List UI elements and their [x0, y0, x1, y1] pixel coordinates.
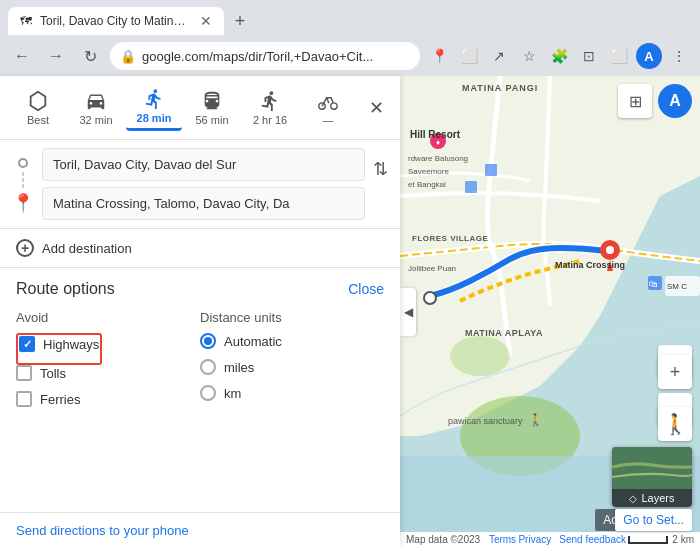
directions-panel: Best 32 min 28 min 56 min 2 hr 16 —	[0, 76, 400, 547]
url-text: google.com/maps/dir/Toril,+Davao+Cit...	[142, 49, 410, 64]
distance-automatic-label: Automatic	[224, 334, 282, 349]
tab-close-button[interactable]: ✕	[200, 13, 212, 29]
forward-button[interactable]: →	[42, 42, 70, 70]
origin-input[interactable]	[42, 148, 365, 181]
send-directions-link[interactable]: Send directions to your phone	[16, 523, 189, 538]
svg-text:🚶: 🚶	[528, 412, 543, 427]
avoid-tolls-label: Tolls	[40, 366, 66, 381]
transport-walk[interactable]: 2 hr 16	[242, 86, 298, 130]
svg-text:et Bangkal: et Bangkal	[408, 180, 446, 189]
transport-car[interactable]: 32 min	[68, 86, 124, 130]
address-bar: ← → ↻ 🔒 google.com/maps/dir/Toril,+Davao…	[0, 36, 700, 76]
distance-title: Distance units	[200, 310, 384, 325]
distance-miles-item[interactable]: miles	[200, 359, 384, 375]
transport-best-label: Best	[27, 114, 49, 126]
go-to-settings-button[interactable]: Go to Set...	[615, 509, 692, 531]
distance-automatic-item[interactable]: Automatic	[200, 333, 384, 349]
google-apps-button[interactable]: ⊞	[618, 84, 652, 118]
avoid-tolls-item[interactable]: Tolls	[16, 365, 200, 381]
avoid-highways-item[interactable]: Highways	[19, 336, 99, 352]
map-profile-avatar[interactable]: A	[658, 84, 692, 118]
layers-thumbnail[interactable]: ◇ Layers	[612, 447, 692, 507]
transport-bike[interactable]: 28 min	[126, 84, 182, 131]
add-destination-label: Add destination	[42, 241, 132, 256]
new-tab-button[interactable]: +	[228, 9, 252, 33]
share-icon[interactable]: ↗	[486, 43, 512, 69]
route-options-section: Route options Close Avoid Highways Tolls	[0, 268, 400, 512]
chrome-menu-button[interactable]: ⋮	[666, 43, 692, 69]
feedback-link[interactable]: Send feedback	[559, 534, 626, 545]
transport-options-bar: Best 32 min 28 min 56 min 2 hr 16 —	[0, 76, 400, 140]
copyright-text: Map data ©2023	[406, 534, 480, 545]
avoid-ferries-item[interactable]: Ferries	[16, 391, 200, 407]
svg-point-6	[424, 292, 436, 304]
layers-preview-image	[612, 447, 692, 489]
svg-text:🛍: 🛍	[649, 279, 658, 289]
screenshot-icon[interactable]: ⬜	[456, 43, 482, 69]
avoid-tolls-checkbox[interactable]	[16, 365, 32, 381]
map-area[interactable]: ♦ MATINA PANGI SM C 🛍 Matina Crossing FL…	[400, 76, 700, 547]
layers-icon: ◇	[629, 493, 637, 504]
terms-link[interactable]: Terms	[489, 534, 516, 545]
profile-avatar[interactable]: A	[636, 43, 662, 69]
route-dots	[22, 172, 24, 188]
transport-close-button[interactable]: ✕	[362, 94, 390, 122]
tab-title: Toril, Davao City to Matina Cross...	[40, 14, 190, 28]
highways-highlight-box: Highways	[16, 333, 102, 365]
distance-automatic-radio[interactable]	[200, 333, 216, 349]
panel-collapse-button[interactable]: ◀	[400, 288, 416, 336]
pegman-button[interactable]: 🚶	[658, 407, 692, 441]
tab-bar: 🗺 Toril, Davao City to Matina Cross... ✕…	[0, 0, 700, 36]
privacy-link[interactable]: Privacy	[518, 534, 551, 545]
avoid-title: Avoid	[16, 310, 200, 325]
main-content: Best 32 min 28 min 56 min 2 hr 16 —	[0, 76, 700, 547]
layers-text: Layers	[641, 492, 674, 504]
svg-text:SM C: SM C	[667, 282, 687, 291]
transport-transit[interactable]: 56 min	[184, 86, 240, 130]
back-button[interactable]: ←	[8, 42, 36, 70]
pegman-icon: 🚶	[663, 412, 688, 436]
distance-miles-radio[interactable]	[200, 359, 216, 375]
svg-text:MATINA APLAYA: MATINA APLAYA	[465, 328, 543, 338]
map-top-right-controls: ⊞ A	[618, 84, 692, 118]
location-inputs	[42, 148, 365, 220]
url-bar[interactable]: 🔒 google.com/maps/dir/Toril,+Davao+Cit..…	[110, 42, 420, 70]
svg-text:rdware Balusong: rdware Balusong	[408, 154, 468, 163]
browser-chrome: 🗺 Toril, Davao City to Matina Cross... ✕…	[0, 0, 700, 76]
bookmark-icon[interactable]: ☆	[516, 43, 542, 69]
svg-text:Jollibee Puan: Jollibee Puan	[408, 264, 456, 273]
distance-km-item[interactable]: km	[200, 385, 384, 401]
location-icon[interactable]: 📍	[426, 43, 452, 69]
footer-links: Privacy Send feedback	[518, 534, 626, 545]
extensions-icon[interactable]: ⊡	[576, 43, 602, 69]
transport-bicycle[interactable]: —	[300, 86, 356, 130]
avoid-ferries-checkbox[interactable]	[16, 391, 32, 407]
avoid-highways-label: Highways	[43, 337, 99, 352]
avoid-ferries-label: Ferries	[40, 392, 80, 407]
zoom-in-button[interactable]: +	[658, 355, 692, 389]
add-destination-row[interactable]: + Add destination	[0, 229, 400, 268]
active-tab[interactable]: 🗺 Toril, Davao City to Matina Cross... ✕	[8, 7, 224, 35]
transport-bike-time: 28 min	[137, 112, 172, 124]
send-directions-row: Send directions to your phone	[0, 512, 400, 547]
svg-text:Hill Resort: Hill Resort	[410, 129, 461, 140]
destination-input[interactable]	[42, 187, 365, 220]
svg-text:pawican sanctuary: pawican sanctuary	[448, 416, 523, 426]
route-options-close-button[interactable]: Close	[348, 281, 384, 297]
svg-point-13	[450, 336, 510, 376]
distance-km-radio[interactable]	[200, 385, 216, 401]
scale-line	[628, 536, 668, 544]
map-footer: Map data ©2023 Terms Privacy Send feedba…	[400, 532, 700, 547]
svg-text:MATINA PANGI: MATINA PANGI	[462, 83, 538, 93]
route-options-title: Route options	[16, 280, 115, 298]
puzzle-icon[interactable]: 🧩	[546, 43, 572, 69]
transport-best[interactable]: Best	[10, 86, 66, 130]
window-icon[interactable]: ⬜	[606, 43, 632, 69]
lock-icon: 🔒	[120, 49, 136, 64]
reload-button[interactable]: ↻	[76, 42, 104, 70]
svg-rect-29	[485, 164, 497, 176]
svg-point-8	[606, 246, 614, 254]
swap-locations-button[interactable]: ⇅	[373, 148, 388, 180]
svg-text:FLORES VILLAGE: FLORES VILLAGE	[412, 234, 489, 243]
avoid-highways-checkbox[interactable]	[19, 336, 35, 352]
